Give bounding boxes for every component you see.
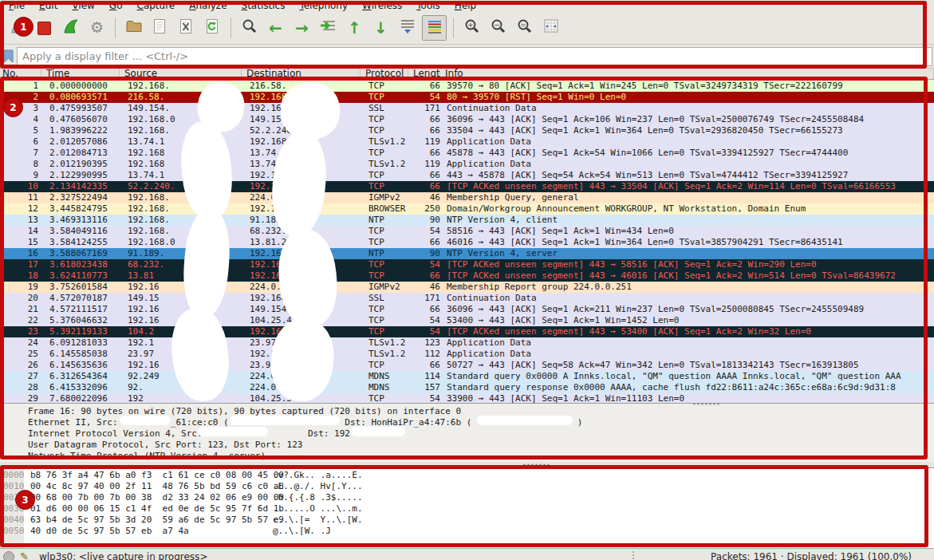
menu-wireless[interactable]: Wireless: [355, 0, 409, 12]
find-packet-button[interactable]: [238, 16, 261, 40]
save-file-icon: [153, 18, 167, 38]
go-first-button[interactable]: ↑: [343, 16, 366, 40]
go-first-icon: ↑: [348, 20, 361, 37]
packet-details-pane[interactable]: Frame 16: 90 bytes on wire (720 bits), 9…: [0, 403, 934, 462]
column-header-no[interactable]: No.: [0, 69, 41, 79]
packet-list[interactable]: 10.000000000192.168.216.58.TCP6639570 → …: [0, 81, 934, 403]
go-forward-button[interactable]: →: [290, 16, 313, 40]
menu-capture[interactable]: Capture: [129, 0, 182, 12]
zoom-out-icon: −: [491, 18, 506, 37]
go-back-button[interactable]: ←: [264, 16, 287, 40]
reload-file-button[interactable]: [201, 16, 224, 40]
packet-row[interactable]: 92.12299099513.74.1192.168.TCP66443 → 45…: [0, 170, 934, 181]
packet-row[interactable]: 102.13414233552.2.240.192.168TCP66[TCP A…: [0, 181, 934, 192]
hex-row[interactable]: 003001 d6 00 00 06 15 c1 4f ed 0e de 5c …: [0, 503, 934, 515]
filter-bar: [0, 45, 934, 68]
packet-row[interactable]: 30.475993507149.154.192.168.SSL171Contin…: [0, 103, 934, 114]
packet-row[interactable]: 214.572111517192.16149.154.TCP6636096 → …: [0, 304, 934, 315]
hex-row[interactable]: 002000 68 00 7b 00 7b 00 38 d2 33 24 02 …: [0, 492, 934, 503]
close-file-button[interactable]: [175, 16, 198, 40]
packet-row[interactable]: 193.752601584192.16224.0.0.IGMPv246Membe…: [0, 282, 934, 293]
packet-row[interactable]: 51.983996222192.168.52.2.240TCP6633504 →…: [0, 125, 934, 136]
statusbar-separator: [633, 551, 634, 559]
stop-capture-icon: [37, 22, 51, 35]
packet-row[interactable]: 235.392119133104.2192.168.TCP54[TCP ACKe…: [0, 326, 934, 337]
packet-row[interactable]: 266.145635636192.1623.97.21TCP6650727 → …: [0, 360, 934, 371]
zoom-reset-icon: =: [517, 18, 533, 37]
menu-file[interactable]: File: [2, 0, 32, 12]
menu-help[interactable]: Help: [447, 0, 483, 12]
splitter-grip[interactable]: [522, 463, 550, 466]
menu-view[interactable]: View: [65, 0, 101, 12]
column-header-protocol[interactable]: Protocol: [361, 69, 408, 79]
reload-file-icon: [206, 18, 219, 38]
open-file-button[interactable]: [122, 16, 145, 40]
go-to-packet-button[interactable]: [317, 16, 340, 40]
auto-scroll-button[interactable]: [396, 16, 419, 40]
colorize-button[interactable]: [422, 15, 447, 41]
packet-row[interactable]: 204.572070187149.15192.168.SSL171Continu…: [0, 293, 934, 304]
packet-row[interactable]: 82.012190395192.16813.74.19TLSv1.2119App…: [0, 159, 934, 170]
packet-row[interactable]: 123.445824795192.168.192.168BROWSER250Do…: [0, 203, 934, 215]
zoom-reset-button[interactable]: =: [513, 16, 536, 40]
main-toolbar: ⚙←→↑↓+−=: [0, 12, 934, 45]
packet-row[interactable]: 163.58806716991.189.192.168NTP90NTP Vers…: [0, 248, 934, 259]
packet-row[interactable]: 133.469313116192.168.91.189.8NTP90NTP Ve…: [0, 215, 934, 226]
bookmark-icon[interactable]: [2, 49, 14, 64]
zoom-out-button[interactable]: −: [487, 16, 510, 40]
menu-edit[interactable]: Edit: [32, 0, 65, 12]
packet-row[interactable]: 62.01205708613.74.1192.168.TLSv1.2119App…: [0, 136, 934, 148]
hex-row[interactable]: 001000 4c 8c 97 40 00 2f 11 48 76 5b bd …: [0, 481, 934, 492]
packet-row[interactable]: 246.091281033192.123.97.21TLSv1.2123Appl…: [0, 337, 934, 349]
redaction-blob: [198, 427, 268, 436]
splitter-grip[interactable]: [692, 403, 719, 405]
menu-statistics[interactable]: Statistics: [234, 0, 293, 12]
packet-row[interactable]: 183.62411077313.81192.168TCP66[TCP ACKed…: [0, 270, 934, 282]
packet-row[interactable]: 72.012084713192.16813.74.19TCP6645878 → …: [0, 148, 934, 159]
pane-splitter[interactable]: [0, 462, 934, 467]
packet-row[interactable]: 143.584049116192.168.68.232.3TCP5458516 …: [0, 226, 934, 237]
column-header-time[interactable]: Time: [41, 69, 120, 79]
go-to-packet-icon: [320, 19, 337, 37]
detail-tree-line[interactable]: Internet Protocol Version 4, Src: Dst: 1…: [0, 428, 934, 440]
column-header-info[interactable]: Info: [440, 69, 934, 79]
column-header-destination[interactable]: Destination: [242, 69, 361, 79]
packet-row[interactable]: 20.080693571216.58.192.168.TCP5480 → 395…: [0, 92, 934, 103]
packet-row[interactable]: 297.680022096192104.25.5TCP5433900 → 443…: [0, 393, 934, 403]
display-filter-input[interactable]: [17, 47, 932, 66]
redaction-blob: [120, 416, 171, 425]
hex-row[interactable]: 0000b8 76 3f a4 47 6b a0 f3 c1 61 ce c0 …: [0, 470, 934, 481]
packet-row[interactable]: 256.14558503823.97192.168.TLSv1.2112Appl…: [0, 349, 934, 360]
packet-row[interactable]: 225.376046632192.16104.25.4TCP5453400 → …: [0, 315, 934, 326]
menu-telephony[interactable]: Telephony: [292, 0, 355, 12]
menu-go[interactable]: Go: [102, 0, 130, 12]
menu-tools[interactable]: Tools: [409, 0, 447, 12]
packet-row[interactable]: 10.000000000192.168.216.58.TCP6639570 → …: [0, 81, 934, 92]
packet-row[interactable]: 173.61802343868.232.192.168TCP54[TCP ACK…: [0, 259, 934, 270]
menu-analyze[interactable]: Analyze: [182, 0, 234, 12]
detail-tree-line[interactable]: Network Time Protocol (NTP Version 4, se…: [0, 451, 934, 462]
resize-columns-button[interactable]: [539, 16, 562, 40]
restart-capture-button[interactable]: [59, 16, 82, 40]
zoom-in-button[interactable]: +: [460, 16, 483, 40]
column-header-length[interactable]: Length: [408, 69, 440, 79]
packet-row[interactable]: 112.327522494192.168.224.0.0IGMPv246Memb…: [0, 192, 934, 203]
expert-info-icon[interactable]: [3, 551, 14, 560]
annotation-circle-2: 2: [3, 97, 23, 117]
column-header-source[interactable]: Source: [120, 69, 242, 79]
capture-comment-icon[interactable]: ✎: [20, 550, 29, 560]
detail-tree-line[interactable]: User Datagram Protocol, Src Port: 123, D…: [0, 440, 934, 451]
capture-options-button[interactable]: ⚙: [85, 16, 108, 40]
packet-row[interactable]: 40.476056070192.168.0149.154.TCP6636096 …: [0, 114, 934, 125]
packet-row[interactable]: 153.584124255192.168.013.81.2TCP6646016 …: [0, 237, 934, 248]
toolbar-separator: [115, 18, 116, 38]
save-file-button[interactable]: [148, 16, 171, 40]
go-last-button[interactable]: ↓: [369, 16, 392, 40]
hex-row[interactable]: 004063 b4 de 5c 97 5b 3d 20 59 a6 de 5c …: [0, 515, 934, 526]
resize-columns-icon: [542, 18, 560, 37]
stop-capture-button[interactable]: [33, 16, 56, 40]
packet-row[interactable]: 276.31265436492.249224.0.0.MDNS114Standa…: [0, 371, 934, 382]
packet-row[interactable]: 286.41533209692.224.0.0.MDNS157Standard …: [0, 382, 934, 393]
hex-row[interactable]: 005040 d0 de 5c 97 5b 57 eb a7 4a@..\.[W…: [0, 526, 934, 537]
hex-bytes-pane[interactable]: 0000b8 76 3f a4 47 6b a0 f3 c1 61 ce c0 …: [0, 467, 934, 548]
